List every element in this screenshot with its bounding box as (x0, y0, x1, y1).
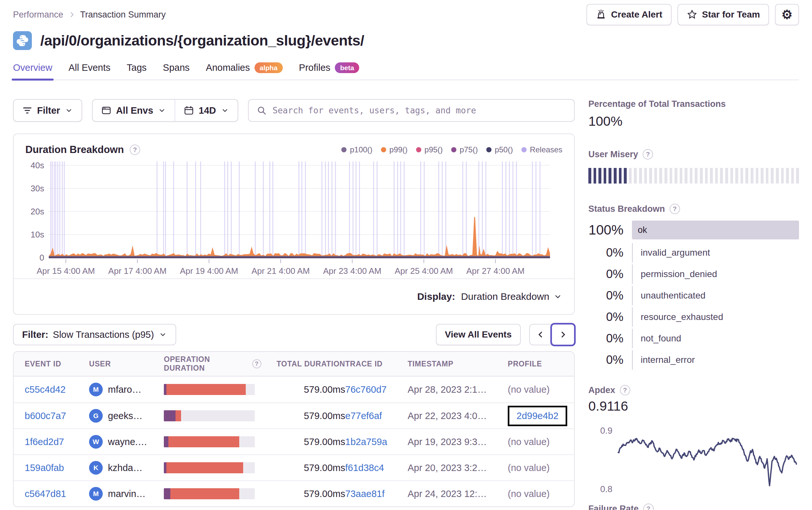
next-page-button[interactable] (552, 325, 574, 344)
tab-overview[interactable]: Overview (13, 62, 52, 80)
misery-bar (593, 168, 597, 183)
legend-item-p100[interactable]: p100() (341, 145, 372, 154)
user-cell: Mmfaro… (89, 383, 164, 396)
legend-item-Releases[interactable]: Releases (521, 145, 562, 154)
user-name: mfaro… (108, 384, 141, 395)
tab-tags[interactable]: Tags (127, 62, 147, 80)
transaction-summary-page: Performance Transaction Summary Create A… (0, 3, 812, 510)
legend-dot (341, 147, 347, 152)
operation-duration-cell (164, 488, 261, 499)
legend-item-p50[interactable]: p50() (486, 145, 513, 154)
chart-header: Duration Breakdown ? p100()p99()p95()p75… (13, 134, 574, 158)
misery-bar (674, 168, 677, 183)
user-name: kzhda… (108, 462, 142, 473)
event-id-link[interactable]: c55c4d42 (25, 384, 66, 395)
trace-id-link[interactable]: 76c760d7 (345, 384, 386, 395)
misery-bar (771, 168, 774, 183)
pagination (529, 324, 575, 345)
user-cell: Mmarvin… (89, 487, 164, 501)
misery-bar (634, 168, 637, 183)
tab-label: Tags (127, 62, 147, 73)
timestamp-cell: Apr 19, 2023 9:3… (408, 437, 508, 447)
tab-badge-alpha: alpha (255, 62, 283, 73)
status-name: internal_error (632, 350, 799, 370)
event-id-link[interactable]: c5647d81 (25, 488, 66, 499)
help-icon[interactable]: ? (670, 204, 680, 214)
legend-item-p95[interactable]: p95() (416, 145, 443, 154)
timestamp-cell: Apr 28, 2023 2:1… (408, 384, 508, 395)
total-duration-cell: 579.00ms (261, 384, 345, 395)
search-input[interactable] (273, 106, 566, 115)
tab-spans[interactable]: Spans (163, 62, 190, 80)
trace-id-link[interactable]: f61d38c4 (345, 462, 384, 473)
event-id-link[interactable]: 1f6ed2d7 (25, 437, 64, 447)
chevron-down-icon (553, 292, 562, 301)
misery-bar (604, 168, 607, 183)
column-header-label: TOTAL DURATION (277, 360, 345, 368)
event-row: 159a0fabKkzhda…579.00msf61d38c4Apr 20, 2… (13, 454, 574, 480)
help-icon[interactable]: ? (252, 359, 261, 368)
misery-bar (680, 168, 683, 183)
previous-page-button[interactable] (530, 325, 552, 344)
user-avatar: M (89, 383, 103, 396)
user-name: wayne.… (108, 437, 147, 447)
event-id-link[interactable]: 159a0fab (25, 462, 64, 473)
misery-bar (624, 168, 627, 183)
help-icon[interactable]: ? (643, 504, 654, 510)
breadcrumb-performance[interactable]: Performance (13, 10, 63, 20)
star-for-team-button[interactable]: Star for Team (677, 4, 769, 25)
misery-bar (609, 168, 611, 183)
display-label: Display: (417, 291, 455, 302)
event-id-cell: c55c4d42 (25, 384, 89, 395)
legend-item-p99[interactable]: p99() (381, 145, 408, 154)
tab-anomalies[interactable]: Anomaliesalpha (206, 62, 283, 80)
misery-bar (629, 168, 632, 183)
display-dropdown[interactable]: Display: Duration Breakdown (417, 291, 562, 302)
help-icon[interactable]: ? (620, 385, 630, 395)
search-bar[interactable] (248, 99, 575, 122)
events-table: EVENT IDUSEROPERATION DURATION?TOTAL DUR… (13, 351, 575, 507)
legend-item-p75[interactable]: p75() (451, 145, 478, 154)
status-row-ok: 100%ok (588, 218, 799, 242)
misery-bar (619, 168, 622, 183)
gear-icon: ⚙ (781, 8, 792, 21)
view-all-events-button[interactable]: View All Events (436, 324, 521, 345)
environment-dropdown[interactable]: All Envs (93, 100, 175, 121)
misery-bar (690, 168, 693, 183)
event-row: 1f6ed2d7Wwayne.…579.00ms1b2a759aApr 19, … (13, 428, 574, 454)
environment-label: All Envs (116, 105, 153, 116)
tab-label: Overview (13, 62, 52, 73)
misery-bar (756, 168, 759, 183)
table-header-row: EVENT IDUSEROPERATION DURATION?TOTAL DUR… (13, 352, 574, 377)
trace-id-link[interactable]: 1b2a759a (345, 437, 387, 447)
column-header-label: EVENT ID (25, 360, 61, 368)
profile-link[interactable]: 2d99e4b2 (517, 411, 558, 421)
user-name: geeks… (108, 411, 142, 421)
total-duration-cell: 579.00ms (261, 462, 345, 473)
misery-bar (745, 168, 748, 183)
misery-bar (761, 168, 763, 183)
total-transactions-section: Percentage of Total Transactions 100% (588, 99, 799, 129)
help-icon[interactable]: ? (643, 149, 653, 159)
settings-button[interactable]: ⚙ (775, 4, 799, 25)
help-icon[interactable]: ? (130, 145, 140, 155)
transactions-filter-dropdown[interactable]: Filter: Slow Transactions (p95) (13, 324, 176, 345)
misery-bar (664, 168, 667, 183)
event-id-cell: c5647d81 (25, 488, 89, 499)
status-name: ok (638, 225, 647, 235)
tab-profiles[interactable]: Profilesbeta (299, 62, 359, 80)
date-range-dropdown[interactable]: 14D (175, 100, 237, 121)
legend-dot (521, 147, 527, 152)
filter-dropdown[interactable]: Filter (13, 99, 82, 122)
tab-all-events[interactable]: All Events (68, 62, 111, 80)
misery-bar (786, 168, 789, 183)
user-cell: Ggeeks… (89, 409, 164, 423)
filter-bar: Filter All Envs (13, 99, 575, 122)
trace-id-link[interactable]: 73aae81f (345, 488, 384, 499)
event-id-link[interactable]: b600c7a7 (25, 411, 66, 421)
create-alert-label: Create Alert (611, 9, 663, 20)
create-alert-button[interactable]: Create Alert (586, 4, 672, 25)
trace-id-link[interactable]: e77ef6af (345, 411, 382, 421)
misery-bar (700, 168, 703, 183)
svg-text:Apr 25 4:00 AM: Apr 25 4:00 AM (395, 266, 453, 276)
